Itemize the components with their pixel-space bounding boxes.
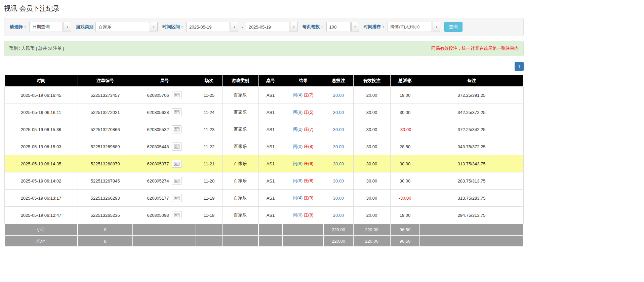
sort-combobox: ▼ [388,22,440,32]
total-bet-link[interactable]: 30.00 [333,110,344,115]
total-bet-link[interactable]: 20.00 [333,213,344,218]
cell-result: 闲(0) 庄(8) [283,207,324,224]
cell-payout: 19.00 [390,87,420,104]
sort-input[interactable] [388,22,432,32]
cell-valid-bet: 30.00 [353,172,390,190]
total-empty-cell [222,235,258,247]
column-header: 局号 [133,75,196,87]
subtotal-total_bet-cell: 220.00 [324,224,353,235]
page-size-dropdown-button[interactable]: ▼ [351,22,359,32]
subtotal-empty-cell [196,224,222,235]
column-header: 桌号 [258,75,283,87]
table-row: 2025-05-19 06:15:36522513270866620805532… [4,121,523,138]
total-bet-link[interactable]: 30.00 [333,196,344,201]
total-bet-link[interactable]: 30.00 [333,161,344,166]
time-to-dropdown-button[interactable]: ▼ [290,22,298,32]
game-type-input[interactable] [95,22,149,32]
chevron-down-icon: ▼ [435,26,438,28]
cell-remark: 342.25/372.25 [420,104,523,121]
cell-remark: 313.75/343.75 [420,155,523,172]
result-banker: 庄(6) [304,178,314,183]
cell-round: 620805177 [133,190,196,207]
column-header: 有效投注 [353,75,390,87]
page-size-input[interactable] [326,22,351,32]
column-header: 注单编号 [78,75,133,87]
roadmap-button[interactable] [172,211,182,219]
cell-time: 2025-05-19 06:16:11 [4,104,78,121]
round-number: 620805448 [147,144,169,149]
cell-total-bet: 20.00 [324,87,353,104]
table-row: 2025-05-19 06:16:11522513272021620805628… [4,104,523,121]
time-from-dropdown-button[interactable]: ▼ [231,22,238,32]
search-button[interactable]: 查询 [444,22,462,32]
select-type-label: 请选择： [10,24,27,30]
total-bet-link[interactable]: 30.00 [333,127,344,132]
total-empty-cell [283,235,324,247]
table-row: 2025-05-19 06:15:03522513269689620805448… [4,138,523,155]
cell-table-no: AS1 [258,104,283,121]
cell-table-no: AS1 [258,207,283,224]
result-player: 闲(9) [293,110,303,115]
cell-time: 2025-05-19 06:14:35 [4,155,78,172]
total-payout-cell: 96.50 [390,235,420,247]
result-banker: 庄(8) [304,212,314,217]
roadmap-button[interactable] [172,125,182,133]
range-separator: ~ [241,25,243,30]
cell-bet-id: 522513267845 [78,172,133,190]
cell-bet-id: 522513268979 [78,155,133,172]
cell-total-bet: 30.00 [324,172,353,190]
result-banker: 庄(6) [304,161,314,166]
round-number: 620805532 [147,127,169,132]
cell-total-bet: 30.00 [324,190,353,207]
cell-result: 闲(8) 庄(6) [283,172,324,190]
column-header: 总派彩 [390,75,420,87]
select-type-dropdown-button[interactable]: ▼ [64,22,71,32]
cell-result: 闲(4) 庄(9) [283,190,324,207]
cell-bet-id: 522513270866 [78,121,133,138]
roadmap-button[interactable] [172,108,182,116]
total-bet-link[interactable]: 20.00 [333,93,344,98]
chevron-down-icon: ▼ [153,26,155,28]
roadmap-button[interactable] [172,143,182,151]
cell-result: 闲(2) 庄(7) [283,121,324,138]
sort-dropdown-button[interactable]: ▼ [433,22,440,32]
roadmap-button[interactable] [172,177,182,185]
total-empty-cell [196,235,222,247]
select-type-input[interactable] [29,22,63,32]
roadmap-button[interactable] [172,194,182,202]
cell-payout: 30.00 [390,172,420,190]
time-from-input[interactable] [186,22,230,32]
column-header: 时间 [4,75,78,87]
filter-bar: 请选择： ▼ 游戏类别 ▼ 时间区间： ▼ ~ ▼ 每页笔数： ▼ 时间排序： … [4,18,524,36]
roadmap-button[interactable] [172,160,182,168]
game-type-dropdown-button[interactable]: ▼ [150,22,158,32]
total-bet-link[interactable]: 30.00 [333,144,344,149]
page-size-combobox: ▼ [326,22,359,32]
result-player: 闲(8) [293,161,303,166]
notice-text: 同局有效投注，统一计算在该局第一张注单内 [431,45,519,51]
time-to-input[interactable] [246,22,289,32]
cell-result: 闲(9) 庄(5) [283,104,324,121]
page-1-button[interactable]: 1 [515,62,524,71]
table-row: 2025-05-19 06:16:45522513273457620805706… [4,87,523,104]
cell-total-bet: 30.00 [324,104,353,121]
roadmap-button[interactable] [172,91,182,99]
subtotal-count-cell: 8 [78,224,133,235]
roadmap-icon [174,110,179,114]
round-number: 620805706 [147,93,169,98]
subtotal-empty-cell [283,224,324,235]
cell-valid-bet: 30.00 [353,155,390,172]
cell-bet-id: 522513266293 [78,190,133,207]
cell-game-type: 百家乐 [222,207,258,224]
cell-payout: 30.00 [390,104,420,121]
cell-session: 11-19 [196,190,222,207]
cell-round: 620805093 [133,207,196,224]
cell-game-type: 百家乐 [222,138,258,155]
cell-round: 620805274 [133,172,196,190]
cell-time: 2025-05-19 06:16:45 [4,87,78,104]
subtotal-label-cell: 小计 [4,224,78,235]
roadmap-icon [174,162,179,166]
cell-payout: -30.00 [390,121,420,138]
total-bet-link[interactable]: 30.00 [333,178,344,184]
cell-session: 11-25 [196,87,222,104]
